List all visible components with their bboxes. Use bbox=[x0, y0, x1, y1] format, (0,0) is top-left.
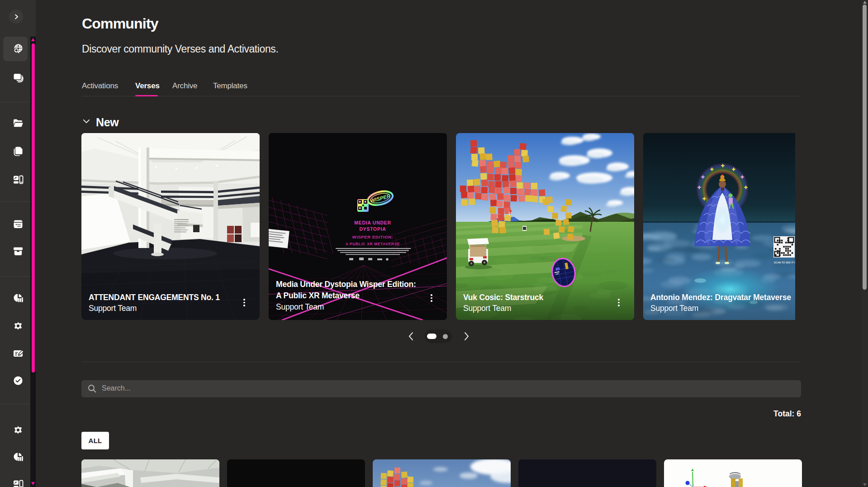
svg-text:DYSTOPIA: DYSTOPIA bbox=[359, 226, 386, 232]
svg-text:SCAN TO SEE IT IN A: SCAN TO SEE IT IN A bbox=[774, 261, 795, 264]
svg-text:MEDIA UNDER: MEDIA UNDER bbox=[354, 220, 391, 225]
svg-text:A PUBLIC XR METAVERSE: A PUBLIC XR METAVERSE bbox=[346, 242, 400, 246]
svg-text:WISPER EDITION:: WISPER EDITION: bbox=[352, 234, 394, 239]
